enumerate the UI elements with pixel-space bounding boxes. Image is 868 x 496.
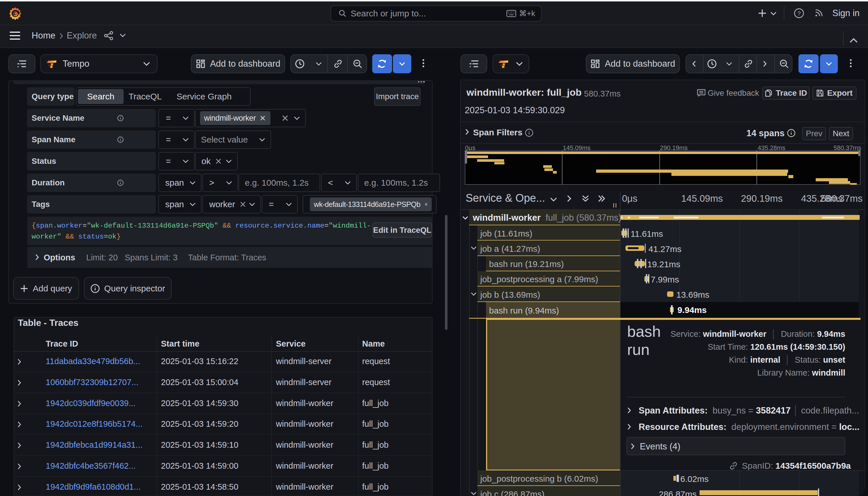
svg-text:?: ? — [797, 10, 801, 17]
